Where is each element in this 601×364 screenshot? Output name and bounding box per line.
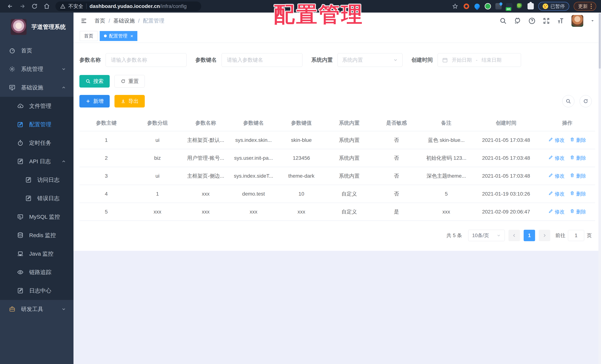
sidebar-item-访问日志[interactable]: 访问日志 (0, 171, 73, 189)
browser-actions: on 已暂停 更新 (451, 2, 596, 11)
breadcrumb-item[interactable]: 首页 (95, 17, 105, 25)
edit-link[interactable]: 修改 (548, 209, 565, 215)
sidebar-item-Java 监控[interactable]: Java 监控 (0, 244, 73, 263)
table-cell: xxx (230, 203, 277, 221)
table-row: 5xxxxxxxxxxxx自定义是xxx2021-02-09 20:06:47修… (80, 203, 595, 221)
tab-配置管理[interactable]: 配置管理× (100, 31, 137, 41)
table-cell: biz (133, 149, 182, 167)
table-cell: 自定义 (325, 185, 373, 203)
table-cell: 系统内置 (325, 131, 373, 149)
param-name-input[interactable] (106, 53, 187, 67)
sidebar-item-label: 访问日志 (37, 176, 60, 184)
goto-page-input[interactable] (568, 230, 584, 241)
sidebar-item-系统管理[interactable]: 系统管理 (0, 60, 73, 78)
address-bar[interactable]: 不安全 dashboard.yudao.iocoder.cn/infra/con… (55, 1, 201, 11)
edit-link[interactable]: 修改 (548, 155, 565, 162)
sidebar-item-链路追踪[interactable]: 链路追踪 (0, 263, 73, 282)
table-cell: 否 (373, 185, 420, 203)
breadcrumb-item[interactable]: 基础设施 (113, 17, 135, 25)
sidebar-item-日志中心[interactable]: 日志中心 (0, 282, 73, 300)
sidebar-item-基础设施[interactable]: 基础设施 (0, 78, 73, 97)
sidebar-item-定时任务[interactable]: 定时任务 (0, 134, 73, 152)
table-cell: theme-dark (278, 167, 325, 185)
trash-icon (570, 137, 575, 143)
edit-link[interactable]: 修改 (548, 173, 565, 179)
trash-icon (570, 173, 575, 179)
page-unit: 页 (587, 232, 592, 239)
sidebar-item-MySQL 监控[interactable]: MySQL 监控 (0, 208, 73, 226)
system-builtin-select[interactable]: 系统内置 (338, 53, 402, 67)
extension-v-icon[interactable] (485, 3, 491, 10)
trash-icon (570, 191, 575, 197)
delete-link[interactable]: 删除 (570, 191, 586, 197)
dashboard-icon (9, 47, 16, 54)
date-range-picker[interactable]: 开始日期 - 结束日期 (438, 53, 521, 67)
table-row: 2biz用户管理-账号...sys.user.init-pa...123456系… (80, 149, 595, 167)
edit-link[interactable]: 修改 (548, 137, 565, 143)
toggle-search-button[interactable] (562, 95, 574, 107)
back-icon[interactable] (5, 1, 16, 12)
app-logo (11, 19, 27, 35)
menu-kebab-icon[interactable] (591, 4, 592, 9)
table-cell: demo.test (230, 185, 277, 203)
page-size-select[interactable]: 10条/页 (468, 230, 505, 241)
chevron-down-icon (393, 58, 398, 62)
extension-grid-icon[interactable] (495, 3, 502, 10)
paused-pill[interactable]: 已暂停 (538, 2, 569, 11)
close-icon[interactable]: × (130, 34, 133, 38)
extension-leaf-icon[interactable] (517, 3, 523, 10)
filter-type-label: 系统内置 (311, 56, 333, 64)
sidebar-item-首页[interactable]: 首页 (0, 41, 73, 60)
delete-link[interactable]: 删除 (570, 173, 586, 179)
delete-link[interactable]: 删除 (570, 155, 586, 162)
sidebar-item-错误日志[interactable]: 错误日志 (0, 189, 73, 208)
next-page-button[interactable] (539, 230, 550, 241)
add-button[interactable]: 新增 (80, 95, 110, 108)
search-icon (566, 98, 571, 104)
hamburger-icon[interactable] (80, 17, 88, 25)
extension-pin-icon[interactable] (473, 3, 481, 10)
table-cell-actions: 修改删除 (540, 149, 595, 167)
sidebar-item-Redis 监控[interactable]: Redis 监控 (0, 226, 73, 244)
search-button[interactable]: 搜索 (80, 75, 110, 88)
search-icon[interactable] (500, 17, 507, 25)
log-icon (25, 177, 32, 183)
scrollbar-thumb[interactable] (599, 13, 601, 69)
forward-icon[interactable] (17, 1, 28, 12)
extension-ring-icon[interactable] (463, 3, 470, 10)
refresh-table-button[interactable] (580, 95, 592, 107)
fullscreen-icon[interactable] (543, 17, 550, 25)
paused-label: 已暂停 (551, 3, 565, 10)
delete-link[interactable]: 删除 (570, 137, 586, 143)
sidebar-item-API 日志[interactable]: API 日志 (0, 152, 73, 171)
table-cell: 系统内置 (325, 167, 373, 185)
sidebar-item-label: 系统管理 (21, 65, 43, 73)
edit-link[interactable]: 修改 (548, 191, 565, 197)
scrollbar[interactable] (598, 12, 601, 364)
extension-on-icon[interactable]: on (506, 3, 512, 10)
table-header-row: 参数主键参数分组参数名称参数键名参数键值系统内置是否敏感备注创建时间操作 (80, 115, 595, 131)
sidebar-item-文件管理[interactable]: 文件管理 (0, 97, 73, 115)
delete-link[interactable]: 删除 (570, 209, 586, 215)
bookmark-star-icon[interactable] (451, 3, 459, 10)
font-size-icon[interactable] (557, 17, 564, 25)
reload-icon[interactable] (29, 1, 40, 12)
export-button[interactable]: 导出 (114, 95, 145, 108)
param-key-input[interactable] (221, 53, 302, 67)
sidebar-logo-row[interactable]: 芋道管理系统 (0, 12, 73, 41)
sidebar-item-配置管理[interactable]: 配置管理 (0, 115, 73, 134)
github-icon[interactable] (514, 17, 521, 25)
update-pill[interactable]: 更新 (574, 2, 596, 11)
reset-button[interactable]: 重置 (114, 75, 145, 88)
chevron-down-icon[interactable] (590, 19, 595, 23)
home-icon[interactable] (41, 1, 52, 12)
sidebar-item-研发工具[interactable]: 研发工具 (0, 300, 73, 318)
page-number-button[interactable]: 1 (524, 230, 535, 241)
prev-page-button[interactable] (509, 230, 520, 241)
extensions-puzzle-icon[interactable] (528, 3, 534, 10)
url-host: dashboard.yudao.iocoder.cn (90, 3, 160, 9)
help-icon[interactable] (528, 17, 536, 25)
tab-首页[interactable]: 首页 (80, 31, 98, 41)
sidebar-item-label: 定时任务 (29, 139, 51, 147)
user-avatar[interactable] (571, 15, 583, 27)
